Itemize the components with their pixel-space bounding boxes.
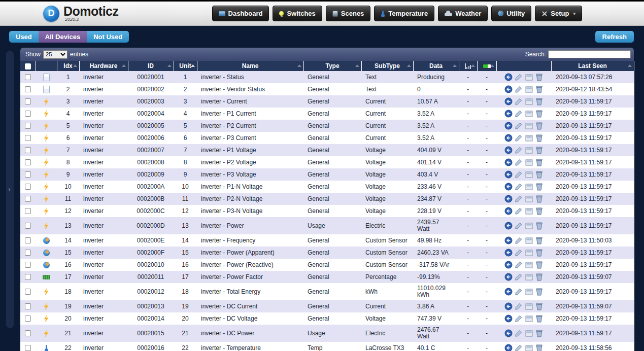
row-checkbox[interactable] bbox=[25, 262, 31, 268]
replace-icon[interactable] bbox=[504, 73, 513, 81]
delete-icon[interactable] bbox=[535, 158, 543, 166]
edit-icon[interactable] bbox=[515, 110, 523, 118]
replace-icon[interactable] bbox=[504, 344, 513, 351]
search-input[interactable] bbox=[548, 50, 631, 58]
log-icon[interactable] bbox=[525, 85, 533, 93]
replace-icon[interactable] bbox=[504, 110, 513, 118]
log-icon[interactable] bbox=[525, 97, 533, 106]
delete-icon[interactable] bbox=[535, 273, 543, 281]
tab-used[interactable]: Used bbox=[9, 31, 39, 43]
edit-icon[interactable] bbox=[515, 134, 523, 142]
replace-icon[interactable] bbox=[504, 222, 513, 230]
row-checkbox[interactable] bbox=[25, 159, 31, 165]
delete-icon[interactable] bbox=[535, 314, 543, 323]
log-icon[interactable] bbox=[525, 183, 533, 191]
replace-icon[interactable] bbox=[504, 288, 513, 296]
log-icon[interactable] bbox=[525, 329, 533, 337]
log-icon[interactable] bbox=[525, 273, 533, 281]
delete-icon[interactable] bbox=[535, 222, 543, 230]
row-checkbox[interactable] bbox=[25, 289, 31, 295]
column-header-last-seen[interactable]: Last Seen bbox=[551, 61, 634, 71]
edit-icon[interactable] bbox=[515, 273, 523, 281]
replace-icon[interactable] bbox=[504, 329, 513, 337]
log-icon[interactable] bbox=[525, 158, 533, 166]
replace-icon[interactable] bbox=[504, 207, 513, 215]
nav-weather[interactable]: Weather bbox=[438, 6, 488, 21]
log-icon[interactable] bbox=[525, 73, 533, 81]
replace-icon[interactable] bbox=[504, 85, 513, 93]
page-size-select[interactable]: 25 bbox=[43, 50, 67, 59]
edit-icon[interactable] bbox=[515, 85, 523, 93]
delete-icon[interactable] bbox=[535, 170, 543, 179]
column-header-idx[interactable]: Idx bbox=[57, 61, 79, 71]
edit-icon[interactable] bbox=[515, 314, 523, 323]
replace-icon[interactable] bbox=[504, 302, 513, 310]
row-checkbox[interactable] bbox=[25, 74, 31, 80]
replace-icon[interactable] bbox=[504, 170, 513, 179]
edit-icon[interactable] bbox=[515, 122, 523, 130]
row-checkbox[interactable] bbox=[25, 147, 31, 153]
delete-icon[interactable] bbox=[535, 73, 543, 81]
edit-icon[interactable] bbox=[515, 329, 523, 337]
edit-icon[interactable] bbox=[515, 97, 523, 106]
column-header-type[interactable]: Type bbox=[303, 61, 361, 71]
replace-icon[interactable] bbox=[504, 314, 513, 323]
row-checkbox[interactable] bbox=[25, 345, 31, 351]
delete-icon[interactable] bbox=[535, 146, 543, 154]
replace-icon[interactable] bbox=[504, 158, 513, 166]
row-checkbox[interactable] bbox=[25, 330, 31, 336]
edit-icon[interactable] bbox=[515, 249, 523, 257]
edit-icon[interactable] bbox=[515, 288, 523, 296]
sidebar-collapse-handle[interactable]: › bbox=[6, 51, 14, 328]
replace-icon[interactable] bbox=[504, 195, 513, 203]
column-header-name[interactable]: Name bbox=[197, 61, 303, 71]
row-checkbox[interactable] bbox=[25, 98, 31, 104]
delete-icon[interactable] bbox=[535, 329, 543, 337]
log-icon[interactable] bbox=[525, 302, 533, 310]
replace-icon[interactable] bbox=[504, 134, 513, 142]
delete-icon[interactable] bbox=[535, 249, 543, 257]
row-checkbox[interactable] bbox=[25, 123, 31, 129]
log-icon[interactable] bbox=[525, 288, 533, 296]
log-icon[interactable] bbox=[525, 134, 533, 142]
edit-icon[interactable] bbox=[515, 207, 523, 215]
log-icon[interactable] bbox=[525, 207, 533, 215]
replace-icon[interactable] bbox=[504, 183, 513, 191]
delete-icon[interactable] bbox=[535, 97, 543, 106]
refresh-button[interactable]: Refresh bbox=[595, 31, 634, 43]
delete-icon[interactable] bbox=[535, 302, 543, 310]
row-checkbox[interactable] bbox=[25, 303, 31, 309]
delete-icon[interactable] bbox=[535, 110, 543, 118]
row-checkbox[interactable] bbox=[25, 196, 31, 202]
row-checkbox[interactable] bbox=[25, 135, 31, 141]
delete-icon[interactable] bbox=[535, 183, 543, 191]
replace-icon[interactable] bbox=[504, 122, 513, 130]
tab-not-used[interactable]: Not Used bbox=[87, 31, 129, 43]
delete-icon[interactable] bbox=[535, 195, 543, 203]
log-icon[interactable] bbox=[525, 344, 533, 351]
nav-dashboard[interactable]: Dashboard bbox=[212, 6, 269, 21]
edit-icon[interactable] bbox=[515, 261, 523, 269]
log-icon[interactable] bbox=[525, 195, 533, 203]
replace-icon[interactable] bbox=[504, 97, 513, 106]
row-checkbox[interactable] bbox=[25, 208, 31, 214]
delete-icon[interactable] bbox=[535, 85, 543, 93]
log-icon[interactable] bbox=[525, 170, 533, 179]
column-header-battery[interactable] bbox=[477, 61, 496, 71]
log-icon[interactable] bbox=[525, 222, 533, 230]
row-checkbox[interactable] bbox=[25, 171, 31, 178]
nav-scenes[interactable]: Scenes bbox=[326, 6, 371, 21]
delete-icon[interactable] bbox=[535, 207, 543, 215]
column-header-id[interactable]: ID bbox=[128, 61, 174, 71]
column-header-unit[interactable]: Unit bbox=[174, 61, 197, 71]
delete-icon[interactable] bbox=[535, 288, 543, 296]
replace-icon[interactable] bbox=[504, 146, 513, 154]
edit-icon[interactable] bbox=[515, 236, 523, 244]
delete-icon[interactable] bbox=[535, 236, 543, 244]
row-checkbox[interactable] bbox=[25, 250, 31, 256]
row-checkbox[interactable] bbox=[25, 111, 31, 117]
row-checkbox[interactable] bbox=[25, 223, 31, 229]
tab-all-devices[interactable]: All Devices bbox=[39, 31, 87, 43]
log-icon[interactable] bbox=[525, 110, 533, 118]
edit-icon[interactable] bbox=[515, 195, 523, 203]
